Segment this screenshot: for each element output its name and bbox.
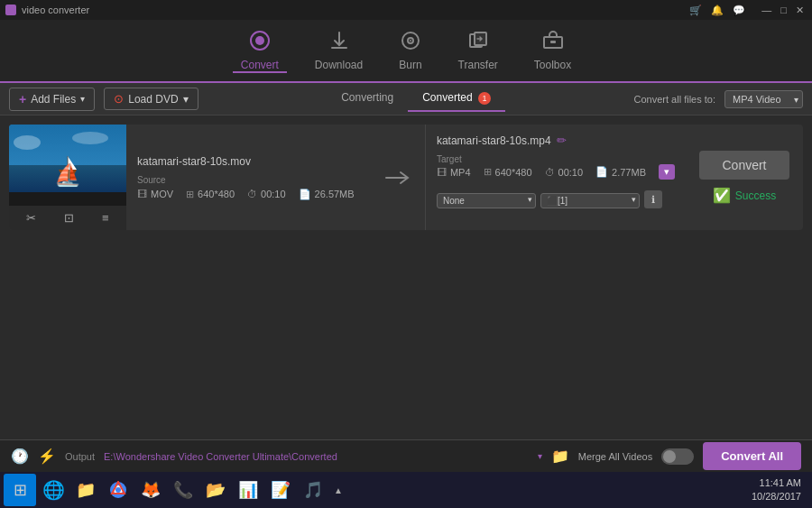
- tray-icon-cart[interactable]: 🛒: [687, 5, 705, 16]
- subtitle-select-wrapper[interactable]: None: [437, 191, 536, 208]
- target-size-value: 2.77MB: [612, 167, 646, 178]
- track-select[interactable]: ⬛[1]: [540, 193, 640, 208]
- tray-icon-bell[interactable]: 🔔: [708, 5, 726, 16]
- bottom-bar: 🕐 ⚡ Output E:\Wondershare Video Converte…: [0, 439, 812, 472]
- taskbar-icon-firefox[interactable]: 🦊: [135, 475, 166, 505]
- tab-converting[interactable]: Converting: [327, 86, 408, 112]
- start-button[interactable]: ⊞: [4, 474, 36, 506]
- nav-item-download[interactable]: Download: [315, 30, 363, 71]
- taskbar-icon-files[interactable]: 📂: [200, 475, 231, 505]
- taskbar-icon-media[interactable]: 🎵: [298, 475, 328, 505]
- target-format-dropdown[interactable]: ▾: [659, 164, 675, 180]
- svg-rect-8: [550, 41, 556, 43]
- crop-button[interactable]: ⊡: [60, 209, 78, 226]
- load-dvd-label: Load DVD: [128, 93, 178, 106]
- close-button[interactable]: ✕: [793, 5, 807, 16]
- source-duration-value: 00:10: [261, 189, 286, 199]
- source-resolution: ⊞ 640*480: [186, 189, 235, 200]
- format-select-wrapper[interactable]: MP4 Video AVI Video MOV Video MKV Video: [724, 90, 803, 108]
- tray-icon-chat[interactable]: 💬: [730, 5, 748, 16]
- source-size: 📄 26.57MB: [299, 189, 355, 200]
- source-info: katamari-star8-10s.mov Source 🎞 MOV ⊞ 64…: [126, 125, 371, 230]
- success-label: Success: [735, 189, 776, 202]
- resolution-icon: ⊞: [186, 189, 194, 200]
- add-files-caret-icon: ▾: [80, 94, 85, 104]
- target-format-value: MP4: [450, 167, 471, 178]
- taskbar-icon-ie[interactable]: 🌐: [38, 475, 69, 505]
- load-dvd-button[interactable]: ⊙ Load DVD ▾: [104, 88, 198, 110]
- file-item: ✂ ⊡ ≡ katamari-star8-10s.mov Source 🎞 MO…: [9, 125, 803, 230]
- history-button[interactable]: 🕐: [11, 448, 29, 465]
- toolbox-nav-label: Toolbox: [534, 59, 571, 71]
- nav-item-toolbox[interactable]: Toolbox: [534, 30, 571, 71]
- merge-label: Merge All Videos: [578, 451, 652, 462]
- source-section: Source 🎞 MOV ⊞ 640*480 ⏱ 00:10: [137, 175, 360, 200]
- taskbar-icon-skype[interactable]: 📞: [168, 475, 198, 505]
- nav-item-convert[interactable]: Convert: [241, 30, 279, 71]
- target-format-select-row: None ⬛[1] ℹ: [437, 190, 675, 208]
- target-filename: katamari-star8-10s.mp4: [437, 134, 551, 147]
- svg-point-12: [72, 132, 108, 144]
- tab-group: Converting Converted 1: [327, 86, 505, 112]
- target-duration-value: 00:10: [558, 167, 584, 178]
- source-size-value: 26.57MB: [315, 189, 355, 199]
- date-display: 10/28/2017: [752, 490, 801, 503]
- target-name-row: katamari-star8-10s.mp4 ✏: [437, 134, 675, 147]
- target-resolution-icon: ⊞: [484, 166, 492, 178]
- success-badge: ✅ Success: [713, 187, 776, 204]
- output-path: E:\Wondershare Video Converter Ultimate\…: [104, 451, 529, 462]
- title-bar-controls[interactable]: 🛒 🔔 💬 — □ ✕: [687, 5, 807, 16]
- output-path-dropdown-icon[interactable]: ▾: [538, 451, 542, 461]
- maximize-button[interactable]: □: [778, 5, 789, 15]
- subtitle-select[interactable]: None: [437, 193, 536, 208]
- target-section: katamari-star8-10s.mp4 ✏ Target 🎞 MP4 ⊞ …: [425, 125, 686, 230]
- source-label: Source: [137, 175, 360, 185]
- taskbar-icon-chrome[interactable]: [103, 475, 134, 505]
- output-folder-button[interactable]: 📁: [551, 448, 569, 465]
- taskbar-icon-excel[interactable]: 📊: [233, 475, 263, 505]
- taskbar-time: 11:41 AM 10/28/2017: [752, 476, 808, 504]
- convert-all-button[interactable]: Convert All: [703, 442, 801, 470]
- nav-item-transfer[interactable]: Transfer: [458, 30, 498, 71]
- target-resolution-value: 640*480: [495, 167, 532, 178]
- convert-button[interactable]: Convert: [699, 151, 789, 180]
- nav-bar: Convert Download Burn: [0, 20, 812, 83]
- merge-toggle[interactable]: [661, 448, 694, 465]
- taskbar-icon-word[interactable]: 📝: [265, 475, 296, 505]
- main-content: ✂ ⊡ ≡ katamari-star8-10s.mov Source 🎞 MO…: [0, 125, 812, 230]
- taskbar-icon-explorer[interactable]: 📁: [70, 475, 101, 505]
- svg-rect-10: [9, 165, 126, 192]
- format-select[interactable]: MP4 Video AVI Video MOV Video MKV Video: [724, 90, 803, 108]
- duration-icon: ⏱: [247, 189, 257, 199]
- target-resolution: ⊞ 640*480: [484, 166, 532, 178]
- svg-point-18: [115, 487, 121, 493]
- flash-button[interactable]: ⚡: [38, 448, 56, 465]
- tab-converted[interactable]: Converted 1: [408, 86, 505, 112]
- cut-button[interactable]: ✂: [23, 209, 40, 226]
- size-icon: 📄: [299, 189, 311, 200]
- add-files-button[interactable]: + Add Files ▾: [9, 88, 95, 111]
- success-check-icon: ✅: [713, 187, 731, 204]
- source-duration: ⏱ 00:10: [247, 189, 286, 199]
- target-format-icon: 🎞: [437, 167, 447, 178]
- toolbox-nav-icon: [542, 30, 564, 55]
- edit-filename-icon[interactable]: ✏: [557, 134, 567, 147]
- info-button[interactable]: ℹ: [644, 190, 662, 208]
- dvd-icon: ⊙: [114, 92, 124, 106]
- download-nav-icon: [328, 30, 350, 55]
- burn-nav-label: Burn: [399, 59, 421, 71]
- source-format: 🎞 MOV: [137, 189, 173, 199]
- minimize-button[interactable]: —: [759, 5, 774, 15]
- track-select-wrapper[interactable]: ⬛[1]: [540, 191, 640, 208]
- target-details: 🎞 MP4 ⊞ 640*480 ⏱ 00:10 📄 2.77MB ▾: [437, 164, 675, 180]
- convert-nav-label: Convert: [241, 59, 279, 71]
- nav-item-burn[interactable]: Burn: [399, 30, 421, 71]
- transfer-nav-label: Transfer: [458, 59, 498, 71]
- svg-marker-13: [59, 170, 77, 179]
- convert-nav-icon: [249, 30, 271, 55]
- target-duration: ⏱ 00:10: [545, 167, 584, 178]
- transfer-nav-icon: [467, 30, 489, 55]
- taskbar-tray: ▲: [330, 485, 346, 495]
- target-format: 🎞 MP4: [437, 167, 471, 178]
- settings-button[interactable]: ≡: [98, 209, 113, 226]
